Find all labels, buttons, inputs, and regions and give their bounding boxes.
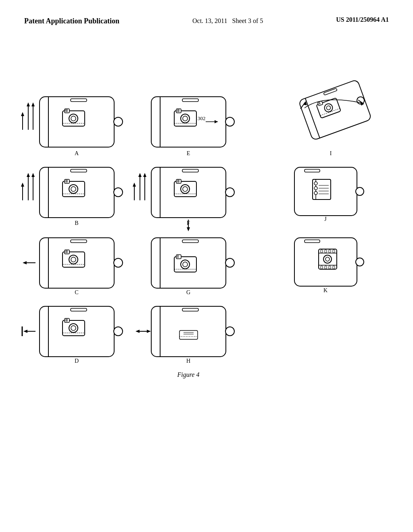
svg-rect-168 bbox=[182, 308, 198, 311]
svg-marker-67 bbox=[31, 173, 35, 177]
svg-text:I: I bbox=[330, 150, 332, 156]
svg-marker-86 bbox=[143, 173, 146, 177]
svg-rect-93 bbox=[305, 169, 320, 172]
svg-marker-69 bbox=[21, 183, 24, 187]
svg-point-151 bbox=[114, 327, 123, 336]
svg-rect-133 bbox=[305, 240, 320, 243]
svg-rect-108 bbox=[71, 240, 87, 243]
svg-point-27 bbox=[183, 116, 188, 121]
svg-rect-152 bbox=[71, 308, 87, 311]
svg-marker-174 bbox=[147, 330, 151, 333]
svg-point-134 bbox=[356, 258, 364, 266]
svg-point-94 bbox=[356, 187, 364, 195]
svg-marker-118 bbox=[23, 261, 27, 264]
svg-point-7 bbox=[71, 116, 76, 121]
svg-marker-90 bbox=[187, 227, 190, 231]
svg-point-59 bbox=[71, 187, 76, 191]
svg-point-22 bbox=[225, 117, 234, 126]
svg-marker-14 bbox=[27, 102, 30, 106]
svg-point-156 bbox=[71, 326, 76, 330]
figure-4-diagram: A 302 E bbox=[0, 0, 413, 532]
svg-point-78 bbox=[183, 187, 188, 191]
svg-rect-110 bbox=[65, 250, 69, 254]
svg-rect-3 bbox=[71, 99, 87, 102]
svg-text:B: B bbox=[75, 220, 78, 226]
svg-point-167 bbox=[225, 327, 234, 336]
svg-text:302: 302 bbox=[198, 115, 206, 121]
svg-point-2 bbox=[114, 117, 123, 126]
svg-rect-140 bbox=[321, 250, 323, 253]
svg-point-99 bbox=[314, 191, 317, 195]
svg-rect-145 bbox=[325, 266, 327, 269]
svg-rect-57 bbox=[65, 179, 69, 183]
svg-rect-25 bbox=[176, 109, 181, 113]
svg-rect-144 bbox=[321, 266, 323, 269]
svg-point-112 bbox=[71, 257, 76, 262]
svg-text:A: A bbox=[75, 150, 79, 156]
svg-marker-88 bbox=[133, 183, 136, 187]
svg-point-139 bbox=[325, 257, 330, 261]
svg-marker-65 bbox=[27, 173, 30, 177]
svg-text:Figure 4: Figure 4 bbox=[177, 371, 200, 378]
svg-rect-147 bbox=[333, 266, 335, 269]
svg-rect-5 bbox=[65, 109, 69, 113]
svg-text:E: E bbox=[187, 150, 190, 156]
svg-rect-154 bbox=[65, 318, 69, 322]
svg-rect-55 bbox=[71, 169, 87, 172]
svg-rect-141 bbox=[325, 250, 327, 253]
svg-rect-143 bbox=[333, 250, 335, 253]
svg-marker-84 bbox=[138, 173, 142, 177]
svg-rect-142 bbox=[329, 250, 331, 253]
svg-text:K: K bbox=[323, 287, 327, 293]
svg-marker-176 bbox=[136, 330, 140, 333]
svg-rect-76 bbox=[176, 179, 181, 183]
svg-point-97 bbox=[314, 182, 317, 185]
svg-marker-18 bbox=[21, 112, 24, 116]
svg-point-54 bbox=[114, 188, 123, 197]
svg-point-122 bbox=[225, 258, 234, 267]
svg-rect-125 bbox=[176, 255, 181, 259]
svg-rect-146 bbox=[329, 266, 331, 269]
svg-text:C: C bbox=[75, 289, 78, 295]
svg-text:G: G bbox=[186, 289, 190, 295]
svg-rect-74 bbox=[182, 169, 198, 172]
svg-text:D: D bbox=[75, 358, 79, 364]
svg-text:H: H bbox=[186, 358, 190, 364]
svg-point-127 bbox=[183, 262, 188, 267]
svg-rect-23 bbox=[182, 99, 198, 102]
svg-rect-123 bbox=[182, 240, 198, 243]
svg-text:J: J bbox=[324, 216, 327, 222]
svg-marker-16 bbox=[31, 102, 35, 106]
svg-point-98 bbox=[314, 187, 317, 190]
svg-text:F: F bbox=[187, 220, 190, 226]
svg-point-73 bbox=[225, 188, 234, 197]
svg-marker-162 bbox=[23, 330, 27, 333]
svg-rect-169 bbox=[179, 330, 198, 339]
svg-point-107 bbox=[114, 258, 123, 267]
